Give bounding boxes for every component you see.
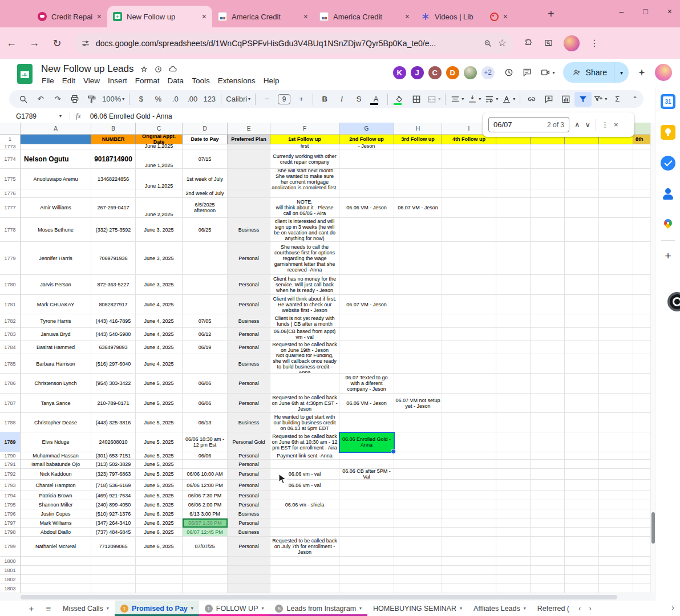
cell-D1783[interactable]: 06/12 [183, 328, 228, 341]
cell-F1790[interactable]: Payment link sent -Anna [270, 452, 339, 460]
cell-J1778[interactable] [496, 218, 531, 242]
row-header-1801[interactable]: 1801 [0, 566, 21, 575]
cell-L1784[interactable] [565, 341, 599, 354]
cell-G1790[interactable] [339, 452, 394, 460]
toolbar-filter-views-button[interactable]: ▾ [592, 92, 609, 107]
cell-B1[interactable]: NUMBER [91, 135, 136, 144]
cell-D1801[interactable] [183, 566, 228, 575]
cell-K1801[interactable] [531, 566, 565, 575]
cell-J1777[interactable] [496, 198, 531, 218]
cell-A1773[interactable] [21, 144, 91, 149]
cell-C1781[interactable]: June 4, 2025 [136, 295, 183, 314]
menu-tools[interactable]: Tools [188, 75, 214, 86]
zoom-out-icon[interactable] [483, 39, 492, 48]
cell-E1800[interactable] [228, 557, 270, 566]
row-header-1781[interactable]: 1781 [0, 295, 21, 314]
cell-F1780[interactable]: Client has no money for the service. Wil… [270, 275, 339, 295]
cell-M1793[interactable] [599, 480, 633, 491]
cell-I1802[interactable] [442, 575, 496, 584]
cell-F1776[interactable] [270, 189, 339, 198]
toolbar-text-wrap-dropdown-icon[interactable]: ▾ [496, 96, 498, 102]
cell-D1788[interactable]: 06/13 [183, 413, 228, 432]
cell-L1796[interactable] [565, 509, 599, 518]
cell-N1787[interactable] [633, 394, 650, 413]
cell-H1792[interactable] [394, 469, 442, 480]
row-header-1787[interactable]: 1787 [0, 394, 21, 413]
cell-I1792[interactable] [442, 469, 496, 480]
cell-C1774[interactable]: June 1,2025 [136, 149, 183, 169]
cell-N1773[interactable] [633, 144, 650, 149]
cell-C1800[interactable] [136, 557, 183, 566]
cell-H1795[interactable] [394, 500, 442, 509]
cell-C1776[interactable] [136, 189, 183, 198]
cell-D1794[interactable]: 06/06 7:30 PM [183, 491, 228, 500]
toolbar-currency-button[interactable]: $ [132, 92, 149, 107]
cell-B1789[interactable]: 2402608010 [91, 432, 136, 452]
cell-M1778[interactable] [599, 218, 633, 242]
toolbar-text-wrap-button[interactable]: ▾ [483, 92, 500, 107]
menu-help[interactable]: Help [260, 75, 284, 86]
cell-B1774[interactable]: 9018714900 [91, 149, 136, 169]
menu-data[interactable]: Data [164, 75, 188, 86]
cell-C1777[interactable]: June 2,2025 [136, 198, 183, 218]
cell-L1793[interactable] [565, 480, 599, 491]
toolbar-horizontal-align-button[interactable]: ▾ [448, 92, 466, 107]
sheet-tab-dropdown-icon[interactable]: ▾ [191, 606, 193, 611]
cell-F1803[interactable] [270, 584, 339, 593]
cell-D1[interactable]: Date to Pay [183, 135, 228, 144]
cell-D1778[interactable]: 06/25 [183, 218, 228, 242]
cell-H1779[interactable] [394, 242, 442, 275]
cell-G1777[interactable]: 06.06 VM - Jeson [339, 198, 394, 218]
row-header-1800[interactable]: 1800 [0, 557, 21, 566]
sheet-tab-affliates-leads[interactable]: Affliates Leads▾ [468, 601, 532, 616]
cell-B1802[interactable] [91, 575, 136, 584]
cell-I1778[interactable] [442, 218, 496, 242]
cell-B1784[interactable]: 6364979893 [91, 341, 136, 354]
cell-L1776[interactable] [565, 189, 599, 198]
cell-C1791[interactable]: June 5, 2025 [136, 460, 183, 469]
cell-E1789[interactable]: Personal Gold [228, 432, 270, 452]
cell-C1794[interactable]: June 5, 2025 [136, 491, 183, 500]
cell-H1775[interactable] [394, 169, 442, 189]
toolbar-decrease-font-size-button[interactable]: − [258, 92, 276, 107]
cell-K1794[interactable] [531, 491, 565, 500]
extensions-puzzle-icon[interactable] [524, 38, 533, 48]
cell-N1779[interactable] [633, 242, 650, 275]
cell-D1777[interactable]: 6/5/2025 afternoon [183, 198, 228, 218]
url-field[interactable]: docs.google.com/spreadsheets/d/1WnCqPSPF… [74, 33, 513, 54]
find-next-icon[interactable]: ∨ [585, 120, 591, 129]
name-box-dropdown-icon[interactable]: ▾ [59, 114, 62, 119]
cell-H1777[interactable]: 06.07 VM - Jeson [394, 198, 442, 218]
cell-I1785[interactable] [442, 354, 496, 374]
menu-insert[interactable]: Insert [104, 75, 131, 86]
toolbar-vertical-align-dropdown-icon[interactable]: ▾ [479, 96, 481, 102]
cell-H1776[interactable] [394, 189, 442, 198]
cell-B1793[interactable]: (718) 536-6169 [91, 480, 136, 491]
cell-D1779[interactable] [183, 242, 228, 275]
formula-input[interactable]: 06.06 Enrolled Gold - Anna [90, 112, 172, 120]
cell-F1783[interactable]: 06.06(CB based from appt) vm - val [270, 328, 339, 341]
cell-K1776[interactable] [531, 189, 565, 198]
cell-F1797[interactable] [270, 518, 339, 528]
cell-J1774[interactable] [496, 149, 531, 169]
cell-J1802[interactable] [496, 575, 531, 584]
cell-F1787[interactable]: Requested to be called back on June 6th … [270, 394, 339, 413]
cell-J1788[interactable] [496, 413, 531, 432]
cell-K1796[interactable] [531, 509, 565, 518]
cell-I1788[interactable] [442, 413, 496, 432]
cell-E1795[interactable]: Personal [228, 500, 270, 509]
cell-A1781[interactable]: Mark CHUAKAY [21, 295, 91, 314]
cell-D1789[interactable]: 06/06 10:30 am - 12 pm Est [183, 432, 228, 452]
row-header-1793[interactable]: 1793 [0, 480, 21, 491]
browser-tab[interactable]: Credit Repair Cl× [32, 6, 107, 27]
cell-G1794[interactable] [339, 491, 394, 500]
cell-K1780[interactable] [531, 275, 565, 295]
cell-C1798[interactable]: June 6, 2025 [136, 528, 183, 537]
cell-J1797[interactable] [496, 518, 531, 528]
sheet-tabs-scroll-left-icon[interactable]: ‹ [578, 604, 581, 613]
cell-L1797[interactable] [565, 518, 599, 528]
cell-E1798[interactable]: Business [228, 528, 270, 537]
cell-D1795[interactable]: 06/06 2:00 PM [183, 500, 228, 509]
cell-L1800[interactable] [565, 557, 599, 566]
browser-tab[interactable]: New Follow up× [107, 6, 212, 27]
